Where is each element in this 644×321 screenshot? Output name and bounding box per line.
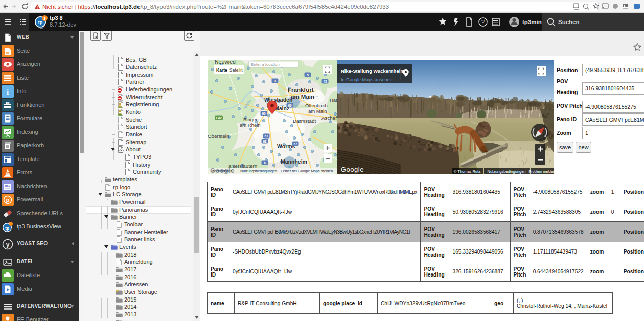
svg-text:am Main: am Main	[308, 108, 327, 114]
svg-text:3: 3	[43, 16, 46, 21]
svg-text:In Google Maps ansehen: In Google Maps ansehen	[341, 77, 393, 82]
svg-text:Darmstadt: Darmstadt	[293, 118, 316, 124]
svg-text:Neuwied: Neuwied	[215, 60, 236, 65]
svg-text:y: y	[6, 241, 10, 248]
svg-text:61: 61	[264, 134, 268, 138]
svg-text:Oberstein: Oberstein	[208, 133, 229, 139]
svg-text:Enter a location: Enter a location	[251, 62, 280, 67]
svg-text:3: 3	[274, 79, 276, 83]
svg-text:BP: BP	[40, 26, 44, 29]
svg-text:tp: tp	[5, 226, 9, 231]
svg-text:67: 67	[293, 142, 297, 146]
svg-text:am Rhein: am Rhein	[240, 122, 261, 128]
svg-text:Aschaf: Aschaf	[321, 115, 337, 121]
svg-text:5: 5	[307, 73, 309, 77]
svg-text:45: 45	[323, 80, 327, 83]
svg-text:tp3min: tp3min	[522, 19, 542, 25]
svg-text:60: 60	[262, 112, 266, 116]
svg-text:Nutzungsbedingungen: Nutzungsbedingungen	[487, 169, 525, 174]
svg-text:Fehler bei Google Maps melden: Fehler bei Google Maps melden	[281, 169, 333, 173]
svg-text:Problem melden: Problem melden	[529, 170, 554, 173]
svg-text:Nike-Stellung Wackernheim: Nike-Stellung Wackernheim	[341, 68, 405, 74]
svg-text:Satellit: Satellit	[229, 67, 243, 73]
svg-text:Nutzungsbedingungen: Nutzungsbedingungen	[240, 169, 277, 173]
svg-text:Bingen: Bingen	[243, 117, 259, 122]
svg-text:p: p	[6, 197, 10, 203]
svg-text:?: ?	[481, 19, 485, 25]
svg-text:Suchen: Suchen	[558, 19, 580, 25]
svg-text:6: 6	[264, 161, 266, 165]
svg-text:Offenbach: Offenbach	[305, 103, 328, 108]
svg-text:Frankfurt: Frankfurt	[288, 87, 314, 93]
svg-text:E42: E42	[216, 116, 222, 120]
svg-text:Hana: Hana	[330, 97, 337, 103]
svg-text:Karte: Karte	[216, 67, 227, 73]
svg-text:Mannheim: Mannheim	[281, 158, 307, 165]
svg-text:i: i	[7, 88, 9, 96]
svg-text:Google: Google	[341, 166, 364, 173]
svg-text:66: 66	[288, 104, 292, 107]
svg-text:Wiesbaden: Wiesbaden	[264, 97, 292, 103]
svg-text:© Thomas Ruta: © Thomas Ruta	[454, 169, 481, 174]
svg-text:63: 63	[263, 140, 267, 143]
svg-text:am Main: am Main	[291, 94, 314, 100]
svg-text:tp: tp	[38, 20, 43, 25]
svg-text:Kartendaten: Kartendaten	[212, 169, 232, 173]
